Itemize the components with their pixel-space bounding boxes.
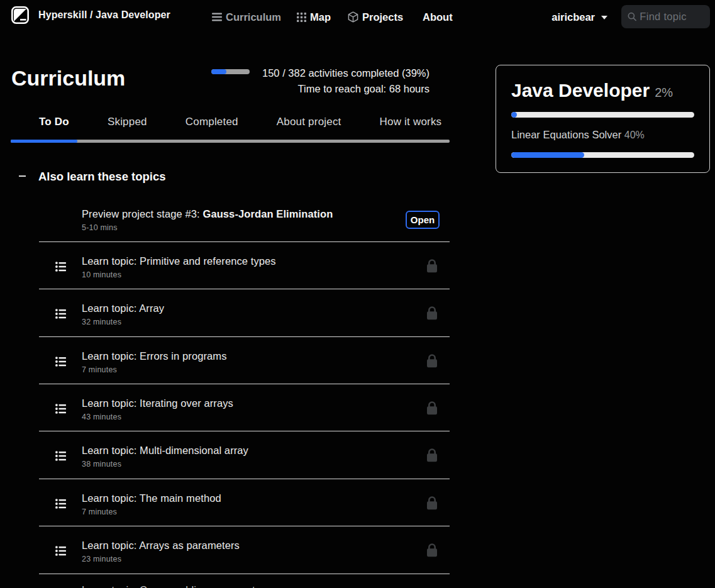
search-box xyxy=(621,5,710,28)
list-icon xyxy=(55,451,66,461)
topic-row[interactable]: Learn topic: Iterating over arrays43 min… xyxy=(39,384,450,431)
top-navigation-bar: Hyperskill / Java Developer Curriculum M… xyxy=(0,0,715,34)
lock-icon xyxy=(426,306,438,320)
topic-duration: 10 minutes xyxy=(82,270,121,280)
tab-completed[interactable]: Completed xyxy=(186,116,238,128)
track-name: Java Developer2% xyxy=(511,80,673,103)
open-project-button[interactable]: Open xyxy=(406,211,440,229)
section-title: Also learn these topics xyxy=(38,170,166,184)
project-name: Linear Equations Solver 40% xyxy=(511,129,645,141)
topic-duration: 32 minutes xyxy=(82,317,121,328)
lock-icon xyxy=(426,496,438,510)
lock-icon xyxy=(426,354,438,368)
project-stage-row[interactable]: Preview project stage #3: Gauss-Jordan E… xyxy=(39,195,450,242)
nav-item-label: Curriculum xyxy=(226,11,281,23)
cube-icon xyxy=(348,11,358,23)
project-stage-name: Gauss-Jordan Elimination xyxy=(202,208,333,219)
track-percent: 2% xyxy=(655,86,673,99)
tab-skipped[interactable]: Skipped xyxy=(108,116,147,128)
search-input[interactable] xyxy=(640,11,704,23)
topic-duration: 7 minutes xyxy=(82,507,117,518)
grid-icon xyxy=(297,13,306,22)
lock-icon xyxy=(426,448,438,462)
activities-progress-fill xyxy=(211,69,226,74)
nav-item-about[interactable]: About xyxy=(423,0,453,34)
topic-title: Learn topic: Arrays as parameters xyxy=(82,538,240,552)
time-to-goal-text: Time to reach goal: 68 hours xyxy=(262,81,430,97)
list-icon xyxy=(55,262,66,272)
search-icon xyxy=(628,11,636,22)
nav-item-curriculum[interactable]: Curriculum xyxy=(212,0,281,34)
topic-title: Learn topic: The main method xyxy=(82,491,221,505)
tab-how-it-works[interactable]: How it works xyxy=(380,116,442,128)
track-progress-bar xyxy=(511,112,694,118)
progress-summary: 150 / 382 activities completed (39%) Tim… xyxy=(262,65,430,96)
list-icon xyxy=(55,546,66,556)
topic-duration: 7 minutes xyxy=(82,365,117,375)
lock-icon xyxy=(426,259,438,273)
lock-icon xyxy=(426,543,438,557)
topic-title: Learn topic: Command-line arguments xyxy=(82,583,260,588)
topic-row[interactable]: Learn topic: Command-line arguments xyxy=(39,574,450,588)
list-icon xyxy=(55,357,66,367)
nav-item-map[interactable]: Map xyxy=(297,0,331,34)
curriculum-tabs: To Do Skipped Completed About project Ho… xyxy=(39,116,441,128)
topic-title: Learn topic: Iterating over arrays xyxy=(82,396,233,410)
topic-title: Learn topic: Multi-dimensional array xyxy=(82,443,248,457)
username: airicbear xyxy=(551,11,595,23)
nav-item-label: Map xyxy=(310,11,331,23)
minus-icon xyxy=(19,175,26,177)
project-progress-fill xyxy=(511,152,584,158)
list-icon xyxy=(55,309,66,319)
page-title: Curriculum xyxy=(11,65,125,91)
topic-duration: 38 minutes xyxy=(82,459,121,470)
track-progress-fill xyxy=(511,112,517,118)
tab-track xyxy=(11,140,450,143)
track-progress-card: Java Developer2% Linear Equations Solver… xyxy=(496,65,710,173)
menu-icon xyxy=(212,13,222,21)
nav-item-label: Projects xyxy=(362,11,403,23)
topics-list: Preview project stage #3: Gauss-Jordan E… xyxy=(39,195,450,588)
list-icon xyxy=(55,499,66,509)
list-icon xyxy=(55,404,66,414)
topic-row[interactable]: Learn topic: Primitive and reference typ… xyxy=(39,242,450,289)
topic-row[interactable]: Learn topic: Multi-dimensional array38 m… xyxy=(39,431,450,479)
topic-duration: 23 minutes xyxy=(82,554,121,565)
topic-row[interactable]: Learn topic: Arrays as parameters23 minu… xyxy=(39,526,450,574)
topic-title: Learn topic: Primitive and reference typ… xyxy=(82,254,276,268)
user-menu[interactable]: airicbear xyxy=(551,0,607,34)
topic-title: Learn topic: Array xyxy=(82,301,164,315)
tab-about-project[interactable]: About project xyxy=(277,116,341,128)
topic-row[interactable]: Learn topic: Array32 minutes xyxy=(39,289,450,336)
activities-progress-bar xyxy=(211,69,250,74)
main-nav: Curriculum Map Projects About xyxy=(0,0,715,34)
activities-completed-text: 150 / 382 activities completed (39%) xyxy=(262,65,430,81)
topic-row[interactable]: Learn topic: The main method7 minutes xyxy=(39,479,450,526)
project-percent: 40% xyxy=(624,130,645,140)
project-progress-bar xyxy=(511,152,694,158)
tab-to-do[interactable]: To Do xyxy=(39,116,69,128)
project-stage-title: Preview project stage #3: Gauss-Jordan E… xyxy=(82,207,333,221)
chevron-down-icon xyxy=(601,16,607,19)
collapse-section-button[interactable] xyxy=(17,169,27,183)
topic-row[interactable]: Learn topic: Errors in programs7 minutes xyxy=(39,337,450,384)
lock-icon xyxy=(426,401,438,415)
nav-item-projects[interactable]: Projects xyxy=(348,0,403,34)
active-tab-indicator xyxy=(11,140,77,143)
project-stage-duration: 5-10 mins xyxy=(82,223,118,233)
topic-title: Learn topic: Errors in programs xyxy=(82,349,227,363)
nav-item-label: About xyxy=(423,11,453,23)
topic-duration: 43 minutes xyxy=(82,412,121,423)
